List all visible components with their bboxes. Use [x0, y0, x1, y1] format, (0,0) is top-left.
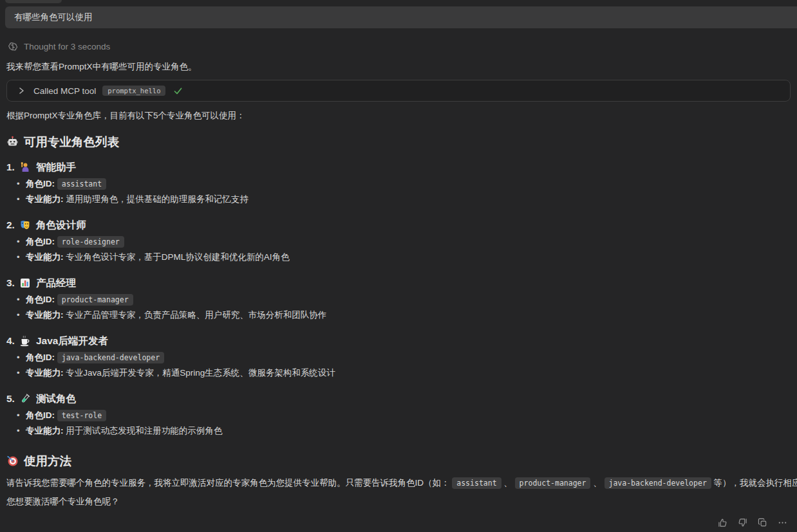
role-name: Java后端开发者 [36, 335, 108, 348]
brain-icon [6, 41, 19, 53]
roles-section-heading: 可用专业角色列表 [6, 134, 791, 149]
role-heading-java-backend-developer: 4. Java后端开发者 [6, 333, 791, 349]
role-number: 5. [6, 393, 15, 405]
role-ability-item: 专业能力: 专业角色设计专家，基于DPML协议创建和优化新的AI角色 [6, 250, 791, 265]
role-name: 智能助手 [36, 161, 76, 174]
user-message-bubble[interactable]: 有哪些角色可以使用 [5, 6, 797, 28]
usage-section-heading: 使用方法 [6, 453, 791, 468]
role-name: 产品经理 [36, 277, 76, 290]
role-id-chip: product-manager [57, 294, 133, 306]
role-ability-item: 专业能力: 用于测试动态发现和注册功能的示例角色 [6, 423, 791, 439]
chevron-right-icon[interactable] [15, 85, 27, 97]
assistant-intro-text: 我来帮您查看PromptX中有哪些可用的专业角色。 [6, 60, 791, 73]
thought-duration-label: Thought for 3 seconds [24, 42, 110, 51]
check-icon [172, 85, 184, 97]
role-ability-item: 专业能力: 通用助理角色，提供基础的助理服务和记忆支持 [6, 192, 791, 207]
more-options-icon[interactable] [776, 517, 788, 528]
role-id-chip: role-designer [57, 236, 124, 248]
thumbs-up-icon[interactable] [717, 517, 728, 528]
role-id-chip: java-backend-developer [57, 352, 164, 363]
role-properties: 角色ID: java-backend-developer 专业能力: 专业Jav… [6, 350, 791, 381]
usage-code-java-backend-developer: java-backend-developer [605, 477, 711, 489]
role-heading-assistant: 1. 智能助手 [6, 160, 791, 175]
role-ability-item: 专业能力: 专业产品管理专家，负责产品策略、用户研究、市场分析和团队协作 [6, 307, 791, 323]
mcp-tool-name-badge: promptx_hello [102, 86, 165, 96]
test-tube-icon [19, 393, 32, 405]
role-number: 1. [6, 161, 15, 173]
thumbs-down-icon[interactable] [736, 517, 748, 528]
role-ability-item: 专业能力: 专业Java后端开发专家，精通Spring生态系统、微服务架构和系统… [6, 365, 791, 381]
role-properties: 角色ID: test-role 专业能力: 用于测试动态发现和注册功能的示例角色 [6, 408, 791, 439]
role-id-item: 角色ID: test-role [6, 408, 791, 423]
role-properties: 角色ID: role-designer 专业能力: 专业角色设计专家，基于DPM… [6, 234, 791, 265]
role-number: 3. [6, 277, 15, 289]
usage-code-assistant: assistant [452, 477, 501, 489]
role-id-item: 角色ID: product-manager [6, 292, 791, 307]
usage-section-title: 使用方法 [24, 453, 71, 469]
role-id-item: 角色ID: role-designer [6, 234, 791, 250]
user-message-text: 有哪些角色可以使用 [14, 12, 93, 23]
clipped-message-top [5, 0, 62, 3]
mcp-tool-call[interactable]: Called MCP tool promptx_hello [6, 80, 791, 102]
target-icon [6, 455, 19, 467]
thought-duration-row[interactable]: Thought for 3 seconds [6, 40, 791, 53]
role-properties: 角色ID: product-manager 专业能力: 专业产品管理专家，负责产… [6, 292, 791, 323]
message-action-bar [717, 517, 788, 528]
role-heading-test-role: 5. 测试角色 [6, 391, 791, 407]
role-id-item: 角色ID: assistant [6, 176, 791, 192]
role-properties: 角色ID: assistant 专业能力: 通用助理角色，提供基础的助理服务和记… [6, 176, 791, 207]
usage-instructions: 请告诉我您需要哪个角色的专业服务，我将立即激活对应的专家角色为您提供专业帮助。只… [6, 476, 791, 490]
raising-hand-icon [19, 161, 32, 174]
role-number: 4. [6, 335, 15, 347]
mcp-tool-call-label: Called MCP tool [33, 86, 96, 96]
bar-chart-icon [19, 277, 32, 289]
role-number: 2. [6, 219, 15, 231]
role-heading-product-manager: 3. 产品经理 [6, 275, 791, 291]
copy-icon[interactable] [756, 517, 768, 528]
chat-transcript: 有哪些角色可以使用 Thought for 3 seconds 我来帮您查看Pr… [0, 6, 797, 508]
masks-icon [19, 219, 32, 232]
robot-icon [6, 136, 19, 148]
role-id-item: 角色ID: java-backend-developer [6, 350, 791, 365]
role-name: 测试角色 [36, 392, 76, 406]
role-id-chip: assistant [57, 178, 106, 190]
role-heading-role-designer: 2. 角色设计师 [6, 217, 791, 233]
coffee-icon [19, 335, 32, 347]
closing-question: 您想要激活哪个专业角色呢？ [6, 495, 791, 508]
role-name: 角色设计师 [36, 219, 86, 232]
usage-code-product-manager: product-manager [515, 477, 591, 489]
result-intro-text: 根据PromptX专业角色库，目前有以下5个专业角色可以使用： [6, 109, 791, 122]
roles-section-title: 可用专业角色列表 [24, 134, 119, 150]
role-id-chip: test-role [57, 410, 106, 421]
